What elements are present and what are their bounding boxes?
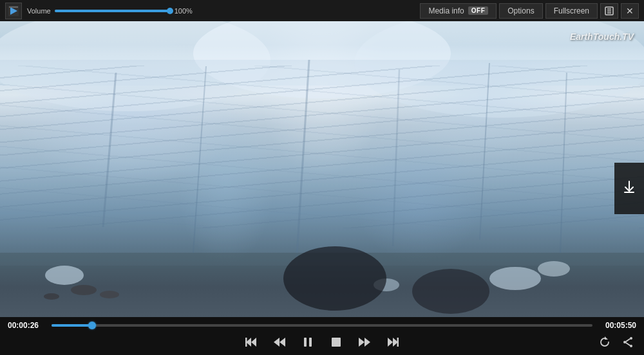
svg-point-21 [538, 261, 570, 277]
svg-rect-35 [309, 338, 312, 347]
rewind-icon [273, 336, 286, 349]
svg-line-12 [193, 66, 206, 253]
svg-rect-17 [0, 60, 644, 266]
svg-marker-39 [388, 338, 393, 347]
svg-point-25 [44, 293, 59, 300]
skip-forward-button[interactable] [384, 333, 402, 351]
media-info-label: Media info [428, 6, 464, 15]
progress-fill [52, 324, 91, 327]
svg-rect-36 [332, 338, 341, 347]
media-info-button[interactable]: Media info OFF [420, 3, 497, 19]
share-icon [622, 336, 634, 348]
watermark: EarthTouch.TV [570, 32, 634, 42]
stop-button[interactable] [327, 333, 345, 351]
volume-slider[interactable] [55, 10, 171, 12]
refresh-button[interactable] [596, 334, 613, 350]
stop-icon [330, 336, 343, 349]
svg-rect-41 [397, 338, 399, 347]
svg-rect-2 [9, 6, 18, 8]
fast-forward-icon [358, 336, 371, 349]
svg-marker-30 [251, 338, 256, 347]
right-controls [596, 334, 636, 350]
app-logo [5, 3, 22, 19]
media-info-toggle: OFF [468, 6, 489, 15]
progress-thumb [88, 322, 96, 329]
top-right-section: Media info OFF Options Fullscreen ✕ [420, 3, 639, 19]
svg-point-19 [45, 266, 84, 285]
volume-fill [55, 10, 171, 12]
fullscreen-button[interactable]: Fullscreen [545, 3, 598, 19]
volume-label: Volume [27, 7, 51, 15]
time-current: 00:00:26 [8, 321, 46, 330]
collapse-icon [605, 6, 614, 15]
svg-marker-42 [605, 336, 608, 340]
pause-icon [301, 336, 314, 349]
refresh-icon [599, 336, 611, 348]
svg-line-46 [626, 339, 630, 341]
svg-marker-37 [359, 338, 365, 347]
rewind-button[interactable] [270, 333, 289, 351]
svg-point-27 [412, 269, 489, 314]
fast-forward-button[interactable] [355, 333, 374, 351]
controls-row [8, 333, 636, 351]
svg-line-11 [103, 73, 116, 227]
svg-point-23 [71, 285, 97, 295]
skip-back-button[interactable] [242, 333, 260, 351]
close-button[interactable]: ✕ [621, 3, 639, 19]
download-icon [622, 179, 636, 197]
app-logo-icon [8, 6, 19, 16]
volume-thumb [167, 8, 173, 14]
video-area[interactable]: EarthTouch.TV [0, 21, 644, 317]
bottom-bar: 00:00:26 00:05:50 [0, 317, 644, 355]
svg-line-15 [480, 63, 489, 240]
options-button[interactable]: Options [499, 3, 542, 19]
volume-section: Volume 100% [27, 7, 193, 15]
video-frame: EarthTouch.TV [0, 21, 644, 317]
svg-marker-38 [365, 338, 370, 347]
svg-marker-33 [279, 338, 285, 347]
svg-point-20 [489, 267, 541, 290]
top-bar: Volume 100% Media info OFF Options Fulls… [0, 0, 644, 21]
progress-row: 00:00:26 00:05:50 [8, 321, 636, 330]
skip-forward-icon [386, 336, 399, 349]
pause-button[interactable] [299, 333, 317, 351]
options-label: Options [507, 6, 534, 15]
svg-rect-31 [245, 338, 247, 347]
svg-point-24 [100, 291, 119, 298]
share-button[interactable] [620, 334, 636, 350]
collapse-button[interactable] [600, 3, 618, 19]
close-icon: ✕ [626, 6, 634, 16]
glacier-svg [0, 21, 644, 317]
fullscreen-label: Fullscreen [554, 6, 589, 15]
top-left-section: Volume 100% [5, 3, 193, 19]
svg-marker-32 [274, 338, 279, 347]
download-panel[interactable] [614, 163, 644, 214]
volume-value: 100% [175, 7, 193, 15]
progress-bar[interactable] [52, 324, 592, 327]
svg-point-26 [283, 246, 386, 311]
svg-line-16 [560, 73, 567, 253]
svg-line-14 [393, 69, 399, 246]
skip-back-icon [245, 336, 258, 349]
time-total: 00:05:50 [598, 321, 636, 330]
svg-line-47 [626, 343, 630, 345]
svg-rect-34 [304, 338, 307, 347]
